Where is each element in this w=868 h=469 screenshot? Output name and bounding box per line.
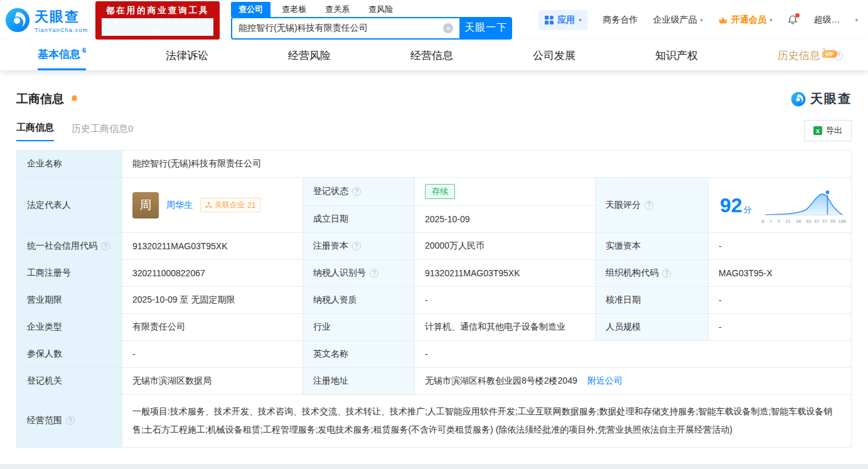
tab-business-risk[interactable]: 经营风险 [288,40,331,70]
address-label: 注册地址 [303,368,415,395]
nav-item-open-vip[interactable]: 开通会员 [718,14,773,26]
nav-item-enterprise[interactable]: 企业级产品 [653,14,703,26]
tab-label: 历史信息 [778,48,820,63]
search-area: 查公司 查老板 查关系 查风险 天眼一下 [231,1,512,40]
table-row: 营业期限 2025-10-09 至 无固定期限 纳税人资质 - 核准日期 - [17,287,851,314]
nav-item-super-vip[interactable]: 超级… [813,14,840,26]
tab-label: 基本信息 [38,47,80,62]
export-button[interactable]: X 导出 [804,120,852,141]
search-tabs: 查公司 查老板 查关系 查风险 [231,1,512,17]
section-title: 工商信息 [16,91,64,107]
slogan-badge: 都在用的商业查询工具 国家中小企业发展子基金旗下机构 [95,1,220,40]
search-tab-company[interactable]: 查公司 [231,2,271,17]
notification-bell-icon[interactable] [787,14,798,26]
help-icon[interactable] [645,201,653,210]
tab-intellectual-property[interactable]: 知识产权 [655,40,698,70]
est-date-label: 成立日期 [303,206,415,233]
help-icon[interactable] [662,269,671,278]
credit-code-label: 统一社会信用代码 [17,233,122,260]
credit-code-value: 91320211MAG03T95XK [122,233,303,260]
search-tab-relation[interactable]: 查关系 [318,2,357,17]
excel-icon: X [813,126,822,135]
reg-capital-label: 注册资本 [303,233,415,260]
search-box [231,17,459,40]
legal-rep-value: 周 周华生 关联企业 21 [122,178,303,233]
top-header: 天眼查 TianYanCha.com 都在用的商业查询工具 国家中小企业发展子基… [0,0,868,40]
nav-apps-label: 应用 [557,14,575,26]
tab-label: 公司发展 [533,48,576,63]
reg-no-value: 320211000822067 [122,260,303,287]
paid-capital-label: 实缴资本 [596,233,709,260]
staff-size-value: - [709,314,851,341]
business-info-table: 企业名称 能控智行(无锡)科技有限责任公司 法定代表人 周 周华生 关联企业 2… [16,150,852,448]
est-date-value: 2025-10-09 [415,206,596,233]
help-icon[interactable] [66,416,75,425]
search-tab-risk[interactable]: 查风险 [361,2,400,17]
apps-grid-icon [545,16,554,24]
crown-icon [718,16,728,24]
related-count: 21 [247,201,255,210]
help-icon[interactable] [370,269,378,278]
chevron-down-icon [769,17,773,23]
clear-search-icon[interactable] [443,23,453,33]
tab-count: 6 [82,46,86,54]
watermark-brand-text: 天眼查 [810,90,852,107]
industry-label: 行业 [303,314,415,341]
business-term-value: 2025-10-09 至 无固定期限 [122,287,303,314]
address-value: 无锡市滨湖区科教创业园8号楼2楼2049 附近公司 [415,368,851,395]
nav-item-apps[interactable]: 应用 [538,10,588,30]
horizontal-scrollbar[interactable] [0,464,868,469]
org-graph-icon [205,202,212,208]
export-label: 导出 [826,125,842,136]
help-icon[interactable] [352,187,361,196]
score-curve-chart: 0 1 3 15 50 65 87 97 99 100 [761,187,846,224]
business-scope-label: 经营范围 [17,395,122,447]
chevron-down-icon [579,17,582,23]
tab-history-info[interactable]: VIP 历史信息 3 [778,48,826,63]
tianyancha-watermark-icon [791,92,806,107]
tab-legal-proceedings[interactable]: 法律诉讼 [166,40,208,70]
announcement-bell-icon[interactable] [69,94,80,104]
table-row: 经营范围 一般项目:技术服务、技术开发、技术咨询、技术交流、技术转让、技术推广;… [17,395,851,447]
subtab-history-registration[interactable]: 历史工商信息0 [72,123,133,141]
table-row: 工商注册号 320211000822067 纳税人识别号 91320211MAG… [17,260,851,287]
taxpayer-quality-value: - [415,287,596,314]
subtab-business-registration[interactable]: 工商信息 [16,122,54,141]
status-badge: 存续 [425,184,455,199]
table-row: 企业名称 能控智行(无锡)科技有限责任公司 [17,151,851,178]
tab-label: 知识产权 [655,48,698,63]
legal-rep-avatar[interactable]: 周 [132,192,159,218]
tab-business-info[interactable]: 经营信息 [410,40,453,70]
nav-vip-label: 开通会员 [731,14,766,26]
table-row: 法定代表人 周 周华生 关联企业 21 登记状态 存续 [17,178,851,233]
help-icon[interactable] [101,242,110,251]
table-row: 参保人数 - 英文名称 - [17,341,851,368]
search-tab-boss[interactable]: 查老板 [274,2,314,17]
legal-rep-label: 法定代表人 [17,178,122,233]
logo-brand-text: 天眼查 [35,8,88,26]
tianyancha-logo[interactable]: 天眼查 TianYanCha.com [5,8,88,33]
staff-size-label: 人员规模 [596,314,709,341]
score-number: 92 [720,194,742,217]
logo-domain-text: TianYanCha.com [35,27,88,33]
status-date-column: 登记状态 存续 成立日期 2025-10-09 [303,178,596,233]
taxpayer-id-value: 91320211MAG03T95XK [415,260,596,287]
tab-count: 3 [822,47,826,55]
nearby-companies-link[interactable]: 附近公司 [587,375,623,387]
chevron-down-icon[interactable] [855,17,858,23]
org-code-label: 组织机构代码 [596,260,709,287]
search-button[interactable]: 天眼一下 [459,17,512,40]
english-name-value: - [415,341,851,368]
tab-label: 经营信息 [410,48,453,63]
subtab-history-count: 0 [128,123,133,134]
related-label: 关联企业 [215,200,245,210]
nav-item-cooperation[interactable]: 商务合作 [603,14,638,26]
slogan-line2: 国家中小企业发展子基金旗下机构 [102,18,213,36]
tab-company-development[interactable]: 公司发展 [533,40,576,70]
related-companies-tag[interactable]: 关联企业 21 [200,198,260,212]
tab-basic-info[interactable]: 基本信息 6 [38,40,86,70]
help-icon[interactable] [352,242,361,251]
tianyan-score: 92 分 [720,194,752,217]
search-input[interactable] [232,23,443,33]
legal-rep-link[interactable]: 周华生 [166,200,193,211]
